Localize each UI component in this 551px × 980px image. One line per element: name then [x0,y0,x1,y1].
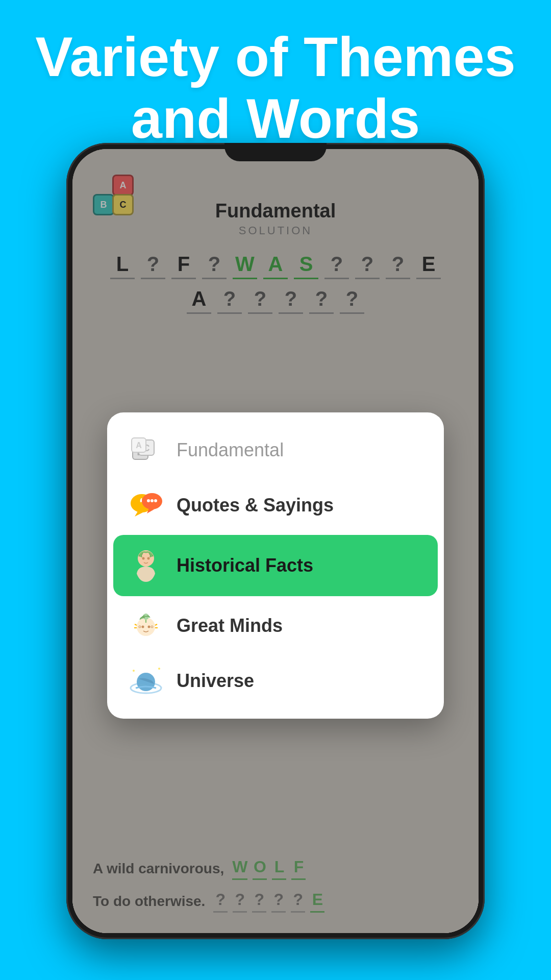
svg-point-12 [154,499,157,502]
modal-overlay: B C A Fundamental [72,149,479,933]
universe-label: Universe [177,670,254,692]
great-minds-icon [128,607,164,644]
historical-label: Historical Facts [177,555,313,576]
svg-point-16 [147,557,150,560]
svg-line-25 [155,624,157,625]
great-minds-label: Great Minds [177,615,283,636]
historical-icon [128,547,164,584]
header-line2: and Words [131,87,420,150]
svg-point-32 [158,668,160,670]
svg-point-18 [142,626,144,628]
quotes-icon: ❝ [128,487,164,524]
svg-point-31 [137,667,139,669]
menu-item-fundamental[interactable]: B C A Fundamental [117,423,434,478]
phone-screen: A B C Fundamental SOLUTION L ? F ? W A S… [72,149,479,933]
menu-item-universe[interactable]: Universe [117,653,434,708]
quotes-label: Quotes & Sayings [177,495,334,516]
theme-selector-modal: B C A Fundamental [107,412,444,719]
universe-icon [128,663,164,699]
fundamental-icon: B C A [128,432,164,469]
menu-item-historical[interactable]: Historical Facts [113,535,438,596]
svg-point-30 [157,672,158,674]
svg-text:A: A [136,441,142,450]
menu-item-quotes[interactable]: ❝ Quotes & Sayings [117,478,434,533]
fundamental-label: Fundamental [177,439,284,461]
svg-point-15 [142,557,145,560]
svg-point-19 [148,626,151,628]
svg-line-23 [135,624,137,625]
svg-point-29 [133,670,135,672]
header-line1: Variety of Themes [35,25,516,88]
header-section: Variety of Themes and Words [0,15,551,159]
svg-point-11 [151,499,154,502]
svg-point-22 [151,626,153,628]
menu-item-great-minds[interactable]: Great Minds [117,598,434,653]
svg-point-21 [139,626,141,628]
phone-frame: A B C Fundamental SOLUTION L ? F ? W A S… [66,143,485,939]
svg-point-13 [147,499,150,502]
header-title: Variety of Themes and Words [31,26,520,149]
